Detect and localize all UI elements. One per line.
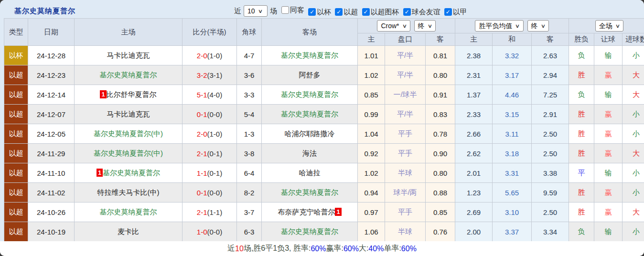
- cell-date: 24-11-29: [28, 144, 75, 163]
- cell-avg-draw: 3.17: [493, 65, 532, 85]
- cell-corners: 3-3: [237, 85, 262, 105]
- cell-avg-win: 1.23: [455, 183, 493, 203]
- cell-home-team[interactable]: 基尔史莫纳夏普尔: [75, 65, 182, 85]
- cell-odds-home: 1.04: [358, 124, 385, 144]
- col-header-home: 主场: [75, 19, 182, 46]
- home-team-name: 特拉维夫马卡比(中): [97, 188, 160, 196]
- cell-corners: 6-3: [237, 222, 262, 242]
- cell-away-team[interactable]: 基尔史莫纳夏普尔: [262, 85, 358, 105]
- checkbox-icon[interactable]: ✓: [362, 8, 370, 16]
- cell-home-team[interactable]: 马卡比迪克瓦: [75, 105, 182, 124]
- cell-goals-result: 大: [623, 65, 644, 85]
- cell-away-team[interactable]: 海法: [262, 144, 358, 163]
- cell-odds-away: 0.80: [426, 163, 455, 183]
- cell-avg-draw: 3.18: [493, 144, 532, 163]
- cell-away-team[interactable]: 基尔史莫纳夏普尔: [262, 183, 358, 203]
- period-select[interactable]: 全场 ∨: [595, 20, 623, 32]
- cell-result: 胜: [569, 183, 594, 203]
- league-filter-label: 以超: [343, 8, 358, 17]
- checkbox-icon[interactable]: ✓: [335, 8, 343, 16]
- cell-odds-away: 0.90: [426, 144, 455, 163]
- cell-home-team[interactable]: 基尔史莫纳夏普尔(中): [75, 144, 182, 163]
- cell-handicap-line: 平/半: [385, 65, 426, 85]
- rank-badge: 1: [335, 208, 341, 216]
- league-filter[interactable]: ✓ 以超图杯: [362, 8, 399, 17]
- cell-avg-lose: 2.50: [532, 144, 569, 163]
- checkbox-icon[interactable]: ✓: [403, 8, 411, 16]
- cell-odds-away: 0.85: [426, 203, 455, 222]
- cell-goals-result: 大: [623, 203, 644, 222]
- cell-corners: 4-7: [237, 46, 262, 65]
- checkbox-icon[interactable]: [281, 6, 289, 14]
- match-type-badge: 以超: [4, 144, 28, 163]
- cell-date: 24-12-07: [28, 105, 75, 124]
- league-filter[interactable]: 同客: [281, 6, 304, 15]
- cell-score: 0-1(0-0): [182, 105, 237, 124]
- cell-handicap-result: 赢: [594, 105, 623, 124]
- cell-home-team[interactable]: 基尔史莫纳夏普尔: [75, 203, 182, 222]
- cell-home-team[interactable]: 马卡比迪克瓦: [75, 46, 182, 65]
- home-team-name: 基尔史莫纳夏普尔: [100, 208, 157, 216]
- table-row: 以超 24-11-29 基尔史莫纳夏普尔(中) 2-1(0-1) 3-8 海法 …: [4, 144, 644, 163]
- checkbox-icon[interactable]: ✓: [308, 8, 316, 16]
- cell-away-team[interactable]: 布奈萨克宁哈普尔1: [262, 203, 358, 222]
- avg-group-header: 胜平负均值 ∨ 终 ∨: [455, 19, 569, 33]
- cell-home-team[interactable]: 1基尔史莫纳夏普尔: [75, 163, 182, 183]
- league-filter[interactable]: ✓ 以甲: [444, 8, 467, 17]
- cell-away-team[interactable]: 阿舒多: [262, 65, 358, 85]
- cell-home-team[interactable]: 麦卡比: [75, 222, 182, 242]
- away-team-name: 哈浦尔耶路撒冷: [285, 129, 335, 138]
- league-filter[interactable]: ✓ 以超: [335, 8, 358, 17]
- recent-count-select[interactable]: 10 ∨: [244, 5, 268, 17]
- match-history-table: 类型 日期 主场 比分(半场) 角球 客场 Crow* ∨ 终: [4, 18, 644, 242]
- home-team-name: 马卡比迪克瓦: [107, 51, 150, 59]
- cell-avg-draw: 3.10: [493, 203, 532, 222]
- cell-home-team[interactable]: 特拉维夫马卡比(中): [75, 183, 182, 203]
- cell-away-team[interactable]: 哈浦尔耶路撒冷: [262, 124, 358, 144]
- checkbox-icon[interactable]: ✓: [444, 8, 452, 16]
- odds-state-select[interactable]: 终 ∨: [414, 20, 436, 32]
- fulltime-score: 5-1: [197, 91, 207, 99]
- cell-score: 1-0(0-0): [182, 222, 237, 242]
- stats-panel: 基尔史莫纳夏普尔 近 10 ∨ 场 同客 ✓ 以杯 ✓ 以超 ✓ 以超图杯 ✓ …: [0, 0, 644, 241]
- col-header-goals: 进球数: [623, 33, 644, 46]
- avg-type-select[interactable]: 胜平负均值 ∨: [475, 20, 523, 32]
- league-filter-label: 以杯: [317, 8, 331, 17]
- cell-handicap-line: 半球: [385, 163, 426, 183]
- cell-home-team[interactable]: 基尔史莫纳夏普尔(中): [75, 124, 182, 144]
- table-row: 以超 24-12-14 1比尔舒华夏普尔 5-1(4-0) 3-3 基尔史莫纳夏…: [4, 85, 644, 105]
- league-filter[interactable]: ✓ 球会友谊: [403, 8, 440, 17]
- fulltime-score: 0-1: [197, 189, 207, 197]
- cell-handicap-line: 平手: [385, 124, 426, 144]
- halftime-score: (0-0): [207, 228, 223, 236]
- avg-state-select[interactable]: 终 ∨: [527, 20, 549, 32]
- cell-away-team[interactable]: 基尔史莫纳夏普尔: [262, 46, 358, 65]
- cell-corners: 3-6: [237, 65, 262, 85]
- cell-avg-lose: 2.63: [532, 46, 569, 65]
- summary-segment: 赢率:: [326, 244, 343, 254]
- cell-result: 胜: [569, 105, 594, 124]
- fulltime-score: 2-0: [197, 52, 207, 60]
- cell-goals-result: 小: [623, 183, 644, 203]
- cell-avg-win: 1.37: [455, 85, 493, 105]
- away-team-name: 阿舒多: [299, 71, 321, 79]
- summary-segment: 单率:: [384, 244, 401, 254]
- cell-away-team[interactable]: 基尔史莫纳夏普尔: [262, 105, 358, 124]
- cell-away-team[interactable]: 基尔史莫纳夏普尔: [262, 222, 358, 242]
- league-filter[interactable]: ✓ 以杯: [308, 8, 331, 17]
- away-team-name: 基尔史莫纳夏普尔: [281, 188, 338, 196]
- chevron-down-icon: ∨: [615, 21, 620, 30]
- halftime-score: (0-0): [207, 189, 223, 197]
- col-header-type: 类型: [4, 19, 28, 46]
- cell-handicap-line: 平/半: [385, 46, 426, 65]
- home-team-name: 基尔史莫纳夏普尔(中): [94, 129, 163, 138]
- cell-away-team[interactable]: 哈迪拉: [262, 163, 358, 183]
- cell-avg-lose: 7.25: [532, 85, 569, 105]
- away-team-name: 基尔史莫纳夏普尔: [281, 227, 338, 235]
- home-team-name: 基尔史莫纳夏普尔: [103, 169, 160, 177]
- cell-home-team[interactable]: 1比尔舒华夏普尔: [75, 85, 182, 105]
- bookmaker-select[interactable]: Crow* ∨: [377, 20, 410, 32]
- cell-avg-win: 2.31: [455, 65, 493, 85]
- cell-avg-draw: 3.37: [493, 222, 532, 242]
- cell-corners: 3-8: [237, 144, 262, 163]
